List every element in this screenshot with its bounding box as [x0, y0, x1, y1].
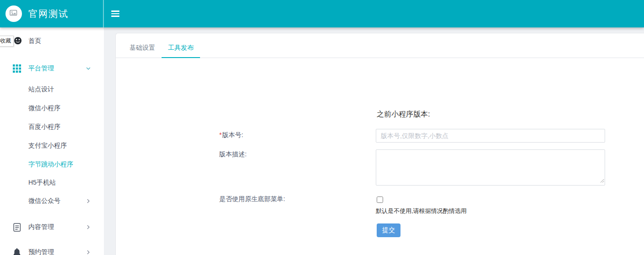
sidebar-item-baidu-miniprogram[interactable]: 百度小程序: [0, 121, 104, 133]
chevron-right-icon: [85, 224, 92, 230]
version-number-label: *版本号:: [219, 131, 243, 139]
sidebar-item-content-management[interactable]: 内容管理: [0, 221, 104, 234]
sidebar-item-label: 字节跳动小程序: [28, 160, 73, 169]
sidebar-item-label: 站点设计: [28, 85, 54, 94]
app-header: 官网测试: [0, 0, 644, 27]
section-title: 之前小程序版本:: [377, 110, 430, 119]
chevron-down-icon: [85, 65, 92, 72]
sidebar-item-wechat-official[interactable]: 微信公众号: [0, 195, 104, 207]
sidebar-item-booking-management[interactable]: 预约管理: [0, 246, 104, 255]
app-logo: [5, 5, 22, 22]
picture-icon: [10, 9, 18, 18]
sidebar-item-bytedance-miniprogram[interactable]: 字节跳动小程序: [0, 158, 104, 171]
sidebar-item-label: 预约管理: [28, 248, 54, 255]
sidebar-item-label: H5手机站: [28, 179, 56, 187]
sidebar-item-label: 平台管理: [28, 64, 54, 73]
app-title: 官网测试: [28, 8, 69, 20]
sidebar-item-label: 内容管理: [28, 223, 54, 231]
sidebar-item-label: 微信小程序: [28, 104, 60, 112]
sidebar-item-label: 支付宝小程序: [28, 142, 67, 150]
sidebar-item-wechat-miniprogram[interactable]: 微信小程序: [0, 102, 104, 115]
sidebar-item-label: 微信公众号: [28, 197, 60, 205]
version-description-textarea[interactable]: [376, 149, 605, 186]
sidebar: 收藏 首页 平台管理 站点设计 微信小程序: [0, 27, 104, 255]
submit-button[interactable]: 提交: [377, 223, 400, 237]
native-menu-checkbox[interactable]: [377, 197, 383, 203]
sidebar-item-platform[interactable]: 平台管理: [0, 62, 104, 75]
chevron-right-icon: [85, 249, 92, 255]
sidebar-item-label: 百度小程序: [28, 123, 60, 131]
native-menu-label: 是否使用原生底部菜单:: [219, 195, 285, 203]
sidebar-item-site-design[interactable]: 站点设计: [0, 83, 104, 96]
bell-icon: [12, 248, 22, 255]
document-icon: [12, 223, 22, 232]
content-background: 基础设置 工具发布 之前小程序版本: *版本号: 版本描述: 是否使用原生底部菜…: [104, 27, 644, 255]
brand-area: 官网测试: [0, 0, 104, 27]
tab-tool-publish[interactable]: 工具发布: [162, 43, 200, 58]
required-asterisk: *: [219, 131, 222, 138]
sidebar-item-alipay-miniprogram[interactable]: 支付宝小程序: [0, 139, 104, 152]
version-number-input[interactable]: [376, 129, 605, 143]
tab-bar: 基础设置 工具发布: [116, 33, 644, 58]
grid-icon: [12, 64, 22, 73]
sidebar-item-h5-mobile[interactable]: H5手机站: [0, 176, 104, 189]
native-menu-help: 默认是不使用,请根据情况酌情选用: [376, 207, 467, 215]
chevron-right-icon: [85, 198, 92, 204]
menu-toggle-icon[interactable]: [111, 11, 119, 17]
sidebar-item-label: 首页: [28, 37, 41, 45]
sidebar-item-home[interactable]: 首页: [0, 35, 104, 48]
version-description-label: 版本描述:: [219, 150, 247, 159]
version-description-field: [376, 149, 605, 186]
tab-basic-settings[interactable]: 基础设置: [123, 43, 162, 58]
content-card: 基础设置 工具发布 之前小程序版本: *版本号: 版本描述: 是否使用原生底部菜…: [115, 33, 644, 255]
